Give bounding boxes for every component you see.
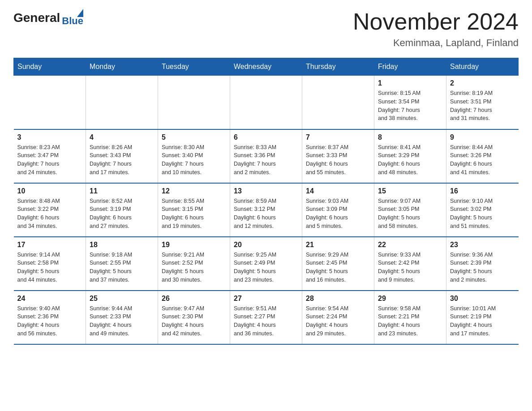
day-number: 27 <box>234 295 298 303</box>
calendar-cell: 16Sunrise: 9:10 AM Sunset: 3:02 PM Dayli… <box>446 183 519 237</box>
logo-blue-part: Blue <box>62 9 83 27</box>
calendar-cell: 17Sunrise: 9:14 AM Sunset: 2:58 PM Dayli… <box>14 237 86 291</box>
day-number: 16 <box>450 187 515 195</box>
day-number: 5 <box>162 133 226 141</box>
weekday-header-friday: Friday <box>374 58 446 76</box>
calendar-cell: 1Sunrise: 8:15 AM Sunset: 3:54 PM Daylig… <box>374 76 446 129</box>
calendar-cell <box>14 76 86 129</box>
calendar-cell: 11Sunrise: 8:52 AM Sunset: 3:19 PM Dayli… <box>86 183 158 237</box>
day-info: Sunrise: 9:58 AM Sunset: 2:21 PM Dayligh… <box>378 304 442 338</box>
day-info: Sunrise: 8:41 AM Sunset: 3:29 PM Dayligh… <box>378 143 442 177</box>
weekday-header-sunday: Sunday <box>14 58 86 76</box>
day-info: Sunrise: 10:01 AM Sunset: 2:19 PM Daylig… <box>450 304 515 338</box>
week-row-3: 10Sunrise: 8:48 AM Sunset: 3:22 PM Dayli… <box>14 183 519 237</box>
calendar-cell: 3Sunrise: 8:23 AM Sunset: 3:47 PM Daylig… <box>14 129 86 183</box>
day-number: 20 <box>234 241 298 249</box>
day-number: 12 <box>162 187 226 195</box>
day-number: 14 <box>306 187 370 195</box>
day-number: 8 <box>378 133 442 141</box>
calendar-cell: 28Sunrise: 9:54 AM Sunset: 2:24 PM Dayli… <box>302 291 374 344</box>
calendar-cell: 22Sunrise: 9:33 AM Sunset: 2:42 PM Dayli… <box>374 237 446 291</box>
calendar-cell: 2Sunrise: 8:19 AM Sunset: 3:51 PM Daylig… <box>446 76 519 129</box>
logo-general-text: General <box>13 11 60 25</box>
calendar-cell: 10Sunrise: 8:48 AM Sunset: 3:22 PM Dayli… <box>14 183 86 237</box>
day-number: 2 <box>450 79 515 87</box>
day-number: 11 <box>90 187 154 195</box>
calendar-cell: 12Sunrise: 8:55 AM Sunset: 3:15 PM Dayli… <box>158 183 230 237</box>
day-info: Sunrise: 9:29 AM Sunset: 2:45 PM Dayligh… <box>306 251 370 284</box>
calendar-cell: 26Sunrise: 9:47 AM Sunset: 2:30 PM Dayli… <box>158 291 230 344</box>
header: General Blue November 2024 Keminmaa, Lap… <box>13 9 519 49</box>
day-number: 3 <box>17 133 82 141</box>
day-info: Sunrise: 8:44 AM Sunset: 3:26 PM Dayligh… <box>450 143 515 177</box>
day-info: Sunrise: 8:59 AM Sunset: 3:12 PM Dayligh… <box>234 197 298 231</box>
day-info: Sunrise: 8:55 AM Sunset: 3:15 PM Dayligh… <box>162 197 226 231</box>
calendar-cell: 7Sunrise: 8:37 AM Sunset: 3:33 PM Daylig… <box>302 129 374 183</box>
day-number: 18 <box>90 241 154 249</box>
calendar-cell: 27Sunrise: 9:51 AM Sunset: 2:27 PM Dayli… <box>230 291 302 344</box>
day-info: Sunrise: 8:26 AM Sunset: 3:43 PM Dayligh… <box>90 143 154 177</box>
calendar-body: 1Sunrise: 8:15 AM Sunset: 3:54 PM Daylig… <box>14 76 519 344</box>
day-info: Sunrise: 9:14 AM Sunset: 2:58 PM Dayligh… <box>17 251 82 284</box>
day-info: Sunrise: 9:18 AM Sunset: 2:55 PM Dayligh… <box>90 251 154 284</box>
calendar-header: SundayMondayTuesdayWednesdayThursdayFrid… <box>14 58 519 76</box>
calendar-table: SundayMondayTuesdayWednesdayThursdayFrid… <box>13 58 519 345</box>
day-info: Sunrise: 9:47 AM Sunset: 2:30 PM Dayligh… <box>162 304 226 338</box>
logo: General Blue <box>13 9 83 27</box>
day-number: 22 <box>378 241 442 249</box>
day-number: 13 <box>234 187 298 195</box>
weekday-header-monday: Monday <box>86 58 158 76</box>
calendar-cell: 24Sunrise: 9:40 AM Sunset: 2:36 PM Dayli… <box>14 291 86 344</box>
day-info: Sunrise: 9:21 AM Sunset: 2:52 PM Dayligh… <box>162 251 226 284</box>
calendar-cell: 4Sunrise: 8:26 AM Sunset: 3:43 PM Daylig… <box>86 129 158 183</box>
day-number: 30 <box>450 295 515 303</box>
day-number: 26 <box>162 295 226 303</box>
calendar-title: November 2024 <box>353 9 519 34</box>
calendar-cell: 13Sunrise: 8:59 AM Sunset: 3:12 PM Dayli… <box>230 183 302 237</box>
calendar-cell: 8Sunrise: 8:41 AM Sunset: 3:29 PM Daylig… <box>374 129 446 183</box>
day-number: 19 <box>162 241 226 249</box>
weekday-header-wednesday: Wednesday <box>230 58 302 76</box>
day-info: Sunrise: 9:54 AM Sunset: 2:24 PM Dayligh… <box>306 304 370 338</box>
calendar-cell: 20Sunrise: 9:25 AM Sunset: 2:49 PM Dayli… <box>230 237 302 291</box>
weekday-header-row: SundayMondayTuesdayWednesdayThursdayFrid… <box>14 58 519 76</box>
calendar-cell <box>302 76 374 129</box>
day-info: Sunrise: 8:23 AM Sunset: 3:47 PM Dayligh… <box>17 143 82 177</box>
calendar-cell <box>158 76 230 129</box>
week-row-1: 1Sunrise: 8:15 AM Sunset: 3:54 PM Daylig… <box>14 76 519 129</box>
day-number: 15 <box>378 187 442 195</box>
calendar-cell: 23Sunrise: 9:36 AM Sunset: 2:39 PM Dayli… <box>446 237 519 291</box>
day-info: Sunrise: 9:10 AM Sunset: 3:02 PM Dayligh… <box>450 197 515 231</box>
day-info: Sunrise: 8:33 AM Sunset: 3:36 PM Dayligh… <box>234 143 298 177</box>
calendar-cell: 19Sunrise: 9:21 AM Sunset: 2:52 PM Dayli… <box>158 237 230 291</box>
day-info: Sunrise: 9:36 AM Sunset: 2:39 PM Dayligh… <box>450 251 515 284</box>
day-number: 1 <box>378 79 442 87</box>
week-row-2: 3Sunrise: 8:23 AM Sunset: 3:47 PM Daylig… <box>14 129 519 183</box>
calendar-cell: 21Sunrise: 9:29 AM Sunset: 2:45 PM Dayli… <box>302 237 374 291</box>
day-info: Sunrise: 9:44 AM Sunset: 2:33 PM Dayligh… <box>90 304 154 338</box>
day-info: Sunrise: 9:40 AM Sunset: 2:36 PM Dayligh… <box>17 304 82 338</box>
day-number: 4 <box>90 133 154 141</box>
day-info: Sunrise: 8:48 AM Sunset: 3:22 PM Dayligh… <box>17 197 82 231</box>
title-area: November 2024 Keminmaa, Lapland, Finland <box>353 9 519 49</box>
weekday-header-thursday: Thursday <box>302 58 374 76</box>
calendar-cell: 29Sunrise: 9:58 AM Sunset: 2:21 PM Dayli… <box>374 291 446 344</box>
day-number: 17 <box>17 241 82 249</box>
day-info: Sunrise: 8:37 AM Sunset: 3:33 PM Dayligh… <box>306 143 370 177</box>
weekday-header-tuesday: Tuesday <box>158 58 230 76</box>
day-number: 24 <box>17 295 82 303</box>
day-number: 28 <box>306 295 370 303</box>
calendar-cell: 9Sunrise: 8:44 AM Sunset: 3:26 PM Daylig… <box>446 129 519 183</box>
day-info: Sunrise: 9:03 AM Sunset: 3:09 PM Dayligh… <box>306 197 370 231</box>
day-number: 21 <box>306 241 370 249</box>
day-info: Sunrise: 8:30 AM Sunset: 3:40 PM Dayligh… <box>162 143 226 177</box>
calendar-cell: 6Sunrise: 8:33 AM Sunset: 3:36 PM Daylig… <box>230 129 302 183</box>
calendar-cell: 5Sunrise: 8:30 AM Sunset: 3:40 PM Daylig… <box>158 129 230 183</box>
day-info: Sunrise: 9:33 AM Sunset: 2:42 PM Dayligh… <box>378 251 442 284</box>
week-row-4: 17Sunrise: 9:14 AM Sunset: 2:58 PM Dayli… <box>14 237 519 291</box>
calendar-cell: 15Sunrise: 9:07 AM Sunset: 3:05 PM Dayli… <box>374 183 446 237</box>
calendar-cell: 14Sunrise: 9:03 AM Sunset: 3:09 PM Dayli… <box>302 183 374 237</box>
calendar-subtitle: Keminmaa, Lapland, Finland <box>353 37 519 49</box>
day-info: Sunrise: 8:52 AM Sunset: 3:19 PM Dayligh… <box>90 197 154 231</box>
day-info: Sunrise: 9:07 AM Sunset: 3:05 PM Dayligh… <box>378 197 442 231</box>
